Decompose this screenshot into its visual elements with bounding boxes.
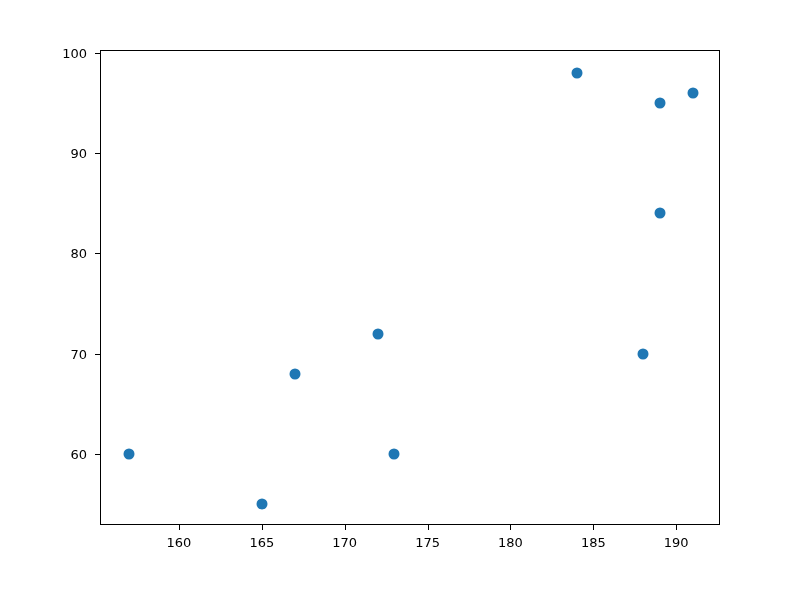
data-point [289,368,300,379]
y-tick [95,253,101,254]
y-tick-label: 60 [70,447,87,462]
x-tick [510,524,511,530]
y-tick [95,53,101,54]
data-point [638,348,649,359]
data-point [372,328,383,339]
x-tick [262,524,263,530]
data-point [571,67,582,78]
y-tick [95,354,101,355]
data-point [654,97,665,108]
x-tick [676,524,677,530]
data-point [687,87,698,98]
x-tick [179,524,180,530]
x-tick-label: 185 [581,535,606,550]
x-tick-label: 175 [415,535,440,550]
data-point [256,499,267,510]
data-point [389,449,400,460]
x-tick-label: 160 [166,535,191,550]
y-tick-label: 90 [70,145,87,160]
x-tick [593,524,594,530]
plot-area: 16016517017518018519060708090100 [100,50,720,525]
x-tick [345,524,346,530]
data-point [654,208,665,219]
scatter-chart: 16016517017518018519060708090100 [100,50,720,525]
y-tick-label: 80 [70,246,87,261]
x-tick-label: 170 [332,535,357,550]
x-tick-label: 190 [664,535,689,550]
y-tick [95,454,101,455]
data-point [124,449,135,460]
x-tick-label: 165 [249,535,274,550]
y-tick [95,153,101,154]
y-tick-label: 100 [62,45,87,60]
y-tick-label: 70 [70,346,87,361]
x-tick [428,524,429,530]
x-tick-label: 180 [498,535,523,550]
